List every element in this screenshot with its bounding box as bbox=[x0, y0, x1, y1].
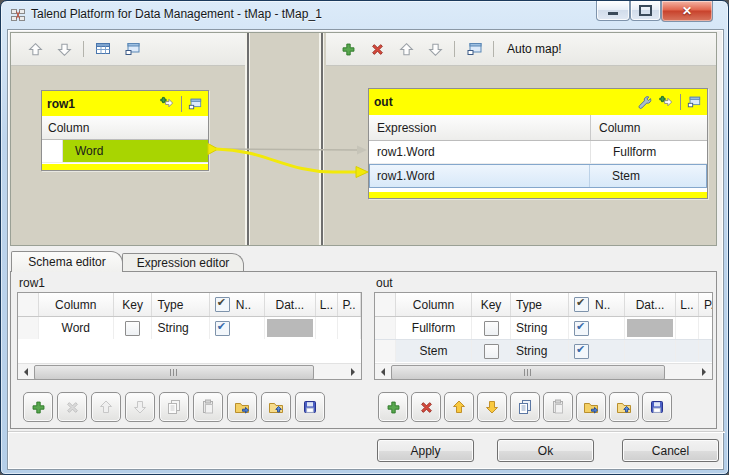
scrollbar-thumb[interactable] bbox=[34, 365, 314, 380]
save-schema-button[interactable] bbox=[295, 392, 325, 422]
table-view-button[interactable] bbox=[93, 39, 113, 59]
col-header[interactable]: Key bbox=[472, 293, 511, 316]
remove-column-button-disabled[interactable] bbox=[57, 392, 87, 422]
wrench-icon[interactable] bbox=[635, 94, 652, 110]
title-bar[interactable]: Talend Platform for Data Management - tM… bbox=[1, 1, 728, 29]
add-column-button[interactable] bbox=[23, 392, 53, 422]
move-up-button[interactable] bbox=[25, 39, 45, 59]
paste-button-disabled[interactable] bbox=[193, 392, 223, 422]
import-schema-button[interactable] bbox=[576, 392, 606, 422]
key-cell[interactable] bbox=[114, 317, 153, 339]
col-header[interactable]: Dat... bbox=[265, 293, 315, 316]
col-header[interactable]: P.. bbox=[338, 293, 361, 316]
add-entry-icon[interactable] bbox=[657, 95, 675, 110]
minimize-panel-button[interactable] bbox=[464, 39, 484, 59]
col-header[interactable]: L.. bbox=[676, 293, 699, 316]
right-schema-row-stem[interactable]: Stem String bbox=[375, 339, 712, 362]
type-cell[interactable]: String bbox=[511, 317, 569, 339]
minimize-button[interactable] bbox=[596, 1, 630, 21]
left-schema-hscrollbar[interactable] bbox=[18, 363, 361, 380]
output-row-fullform[interactable]: row1.Word Fullform bbox=[369, 141, 707, 164]
column-cell[interactable]: Fullform bbox=[591, 145, 656, 159]
key-cell[interactable] bbox=[472, 340, 511, 362]
tab-expression-editor[interactable]: Expression editor bbox=[122, 253, 244, 272]
nullable-checkbox[interactable] bbox=[574, 321, 589, 336]
nullable-all-checkbox[interactable] bbox=[574, 297, 589, 312]
nullable-checkbox[interactable] bbox=[215, 321, 230, 336]
move-down-button[interactable] bbox=[54, 39, 74, 59]
type-cell[interactable]: String bbox=[152, 317, 209, 339]
copy-button[interactable] bbox=[510, 392, 540, 422]
selected-column-cell[interactable]: Word bbox=[63, 140, 208, 162]
column-cell[interactable]: Word bbox=[39, 317, 114, 339]
nullable-cell[interactable] bbox=[569, 317, 625, 339]
move-up-button-disabled[interactable] bbox=[91, 392, 121, 422]
output-row-stem-selected[interactable]: row1.Word Stem bbox=[369, 164, 707, 188]
save-schema-button[interactable] bbox=[642, 392, 672, 422]
right-schema-hscrollbar[interactable] bbox=[375, 363, 712, 380]
export-schema-button[interactable] bbox=[609, 392, 639, 422]
output-toolbar: Auto map! bbox=[326, 33, 716, 66]
expression-cell[interactable]: row1.Word bbox=[370, 165, 590, 187]
left-schema-row-word[interactable]: Word String bbox=[18, 317, 361, 339]
type-cell[interactable]: String bbox=[511, 340, 569, 362]
apply-button[interactable]: Apply bbox=[377, 439, 474, 462]
maximize-button[interactable] bbox=[630, 1, 661, 21]
col-header[interactable]: Column bbox=[396, 293, 472, 316]
scroll-right-icon[interactable] bbox=[345, 364, 361, 380]
copy-button-disabled[interactable] bbox=[159, 392, 189, 422]
auto-map-button[interactable]: Auto map! bbox=[503, 39, 566, 59]
tab-schema-editor[interactable]: Schema editor bbox=[11, 251, 123, 272]
move-down-button[interactable] bbox=[477, 392, 507, 422]
move-up-button[interactable] bbox=[444, 392, 474, 422]
col-header[interactable]: Column bbox=[39, 293, 114, 316]
column-cell[interactable]: Fullform bbox=[396, 317, 472, 339]
move-down-output-button[interactable] bbox=[425, 39, 445, 59]
minimize-table-icon[interactable] bbox=[686, 95, 702, 109]
add-output-button[interactable] bbox=[338, 39, 358, 59]
key-checkbox[interactable] bbox=[484, 344, 499, 359]
import-schema-button[interactable] bbox=[227, 392, 257, 422]
scroll-right-icon[interactable] bbox=[696, 364, 712, 380]
scrollbar-thumb[interactable] bbox=[391, 365, 665, 380]
col-header[interactable]: Type bbox=[152, 293, 209, 316]
input-table-row1: row1 bbox=[41, 90, 209, 171]
minimize-table-icon[interactable] bbox=[187, 97, 203, 111]
export-schema-button[interactable] bbox=[261, 392, 291, 422]
expression-cell[interactable]: row1.Word bbox=[369, 141, 591, 163]
minimize-panel-button[interactable] bbox=[122, 39, 142, 59]
col-header[interactable]: L.. bbox=[316, 293, 339, 316]
column-cell[interactable]: Stem bbox=[590, 169, 640, 183]
move-up-output-button[interactable] bbox=[396, 39, 416, 59]
close-button[interactable]: ✕ bbox=[661, 1, 713, 22]
key-checkbox[interactable] bbox=[125, 321, 140, 336]
col-header[interactable]: Dat... bbox=[625, 293, 676, 316]
paste-button-disabled[interactable] bbox=[543, 392, 573, 422]
footer-separator bbox=[8, 431, 725, 433]
add-entry-icon[interactable] bbox=[158, 96, 176, 111]
nullable-cell[interactable] bbox=[569, 340, 625, 362]
column-cell[interactable]: Stem bbox=[396, 340, 472, 362]
col-header[interactable]: N.. bbox=[569, 293, 625, 316]
col-header[interactable]: Key bbox=[114, 293, 153, 316]
nullable-all-checkbox[interactable] bbox=[215, 297, 230, 312]
move-down-button-disabled[interactable] bbox=[125, 392, 155, 422]
ok-button[interactable]: Ok bbox=[497, 439, 594, 462]
toolbar-separator bbox=[493, 41, 494, 57]
col-header[interactable]: N.. bbox=[210, 293, 265, 316]
col-header[interactable]: P. bbox=[699, 293, 712, 316]
right-schema-row-fullform[interactable]: Fullform String bbox=[375, 317, 712, 339]
scroll-left-icon[interactable] bbox=[375, 364, 391, 380]
key-checkbox[interactable] bbox=[484, 321, 499, 336]
key-cell[interactable] bbox=[472, 317, 511, 339]
remove-column-button[interactable] bbox=[411, 392, 441, 422]
close-icon: ✕ bbox=[682, 4, 692, 18]
nullable-cell[interactable] bbox=[210, 317, 265, 339]
col-header[interactable]: Type bbox=[511, 293, 569, 316]
cancel-button[interactable]: Cancel bbox=[622, 439, 719, 462]
scroll-left-icon[interactable] bbox=[18, 364, 34, 380]
input-row-word[interactable]: Word bbox=[42, 140, 208, 163]
nullable-checkbox[interactable] bbox=[574, 344, 589, 359]
add-column-button[interactable] bbox=[378, 392, 408, 422]
remove-output-button[interactable] bbox=[367, 39, 387, 59]
